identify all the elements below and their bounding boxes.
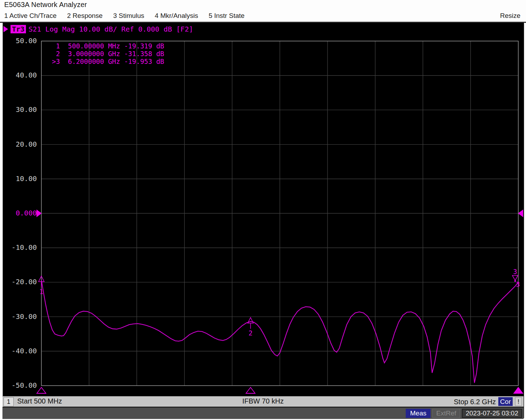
marker-1-number: 1 — [39, 288, 43, 295]
marker-3-glyph[interactable] — [512, 275, 518, 280]
marker-2-number: 2 — [249, 329, 252, 337]
marker-readout-line: >3 6.2000000 GHz -19.953 dB — [52, 58, 164, 65]
marker-3-number: 3 — [513, 268, 517, 275]
ref-level-marker-left — [36, 209, 42, 217]
marker-3-number-lower: 3 — [516, 280, 520, 288]
stimulus-marker-3-active[interactable] — [514, 387, 523, 393]
ref-level-marker-right — [518, 209, 523, 217]
marker-readout: 1 500.00000 MHz -19.319 dB 2 3.0000000 G… — [52, 42, 164, 65]
analyzer-window: E5063A Network Analyzer 1 Active Ch/Trac… — [0, 0, 526, 420]
marker-readout-line: 2 3.0000000 GHz -31.358 dB — [52, 50, 164, 58]
stimulus-marker-1[interactable] — [37, 387, 46, 393]
stimulus-marker-2[interactable] — [246, 387, 255, 393]
marker-readout-line: 1 500.00000 MHz -19.319 dB — [52, 42, 164, 50]
